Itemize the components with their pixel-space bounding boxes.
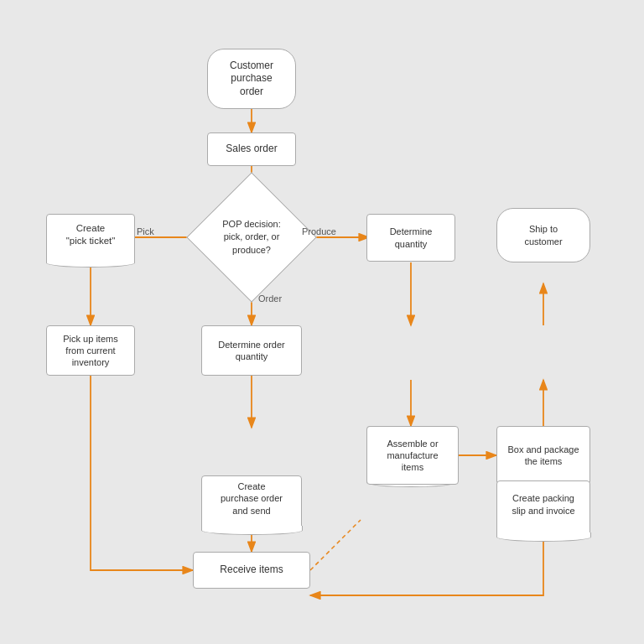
create-purchase-order-node: Create purchase order and send — [201, 475, 302, 528]
ship-to-customer-node: Ship to customer — [496, 208, 590, 262]
assemble-items-node: Assemble or manufacture items — [366, 426, 459, 485]
arrows-layer — [0, 0, 644, 644]
order-label: Order — [258, 293, 282, 304]
create-packing-node: Create packing slip and invoice — [496, 480, 590, 535]
determine-quantity-node: Determine quantity — [366, 214, 455, 262]
determine-order-quantity-node: Determine order quantity — [201, 325, 302, 376]
create-pick-ticket-node: Create "pick ticket" — [46, 214, 135, 262]
pick-up-items-node: Pick up items from current inventory — [46, 325, 135, 376]
box-package-node: Box and package the items — [496, 426, 590, 485]
pop-decision-node: POP decision: pick, order, or produce? — [161, 191, 342, 283]
customer-purchase-order-node: Customer purchase order — [207, 49, 296, 109]
sales-order-node: Sales order — [207, 132, 296, 166]
produce-label: Produce — [302, 226, 336, 236]
flowchart-diagram: Customer purchase order Sales order POP … — [0, 0, 644, 644]
svg-line-16 — [310, 520, 361, 570]
pick-label: Pick — [137, 226, 154, 236]
receive-items-node: Receive items — [193, 552, 310, 589]
